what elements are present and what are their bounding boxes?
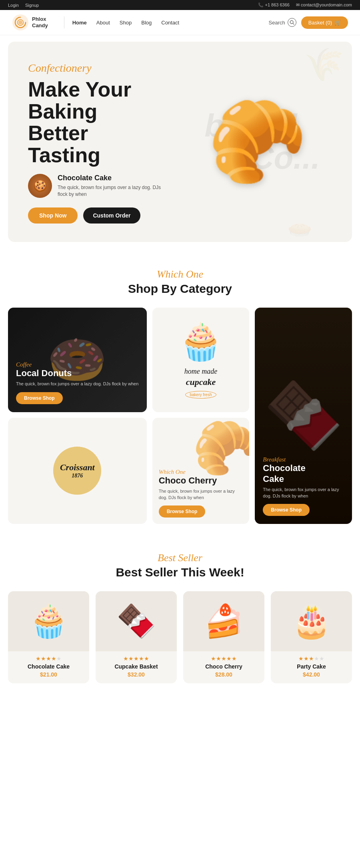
choco-cherry-content: Which One Choco Cherry The quick, brown … xyxy=(152,418,250,524)
product-price-2: $32.00 xyxy=(100,671,173,678)
product-stars-3: ★★★★★ xyxy=(187,655,260,662)
cupcake-label: home made cupcake xyxy=(184,367,217,388)
product-name-2: Cupcake Basket xyxy=(100,663,173,670)
product-card-chocolate-cake: 🧁 ★★★★★ Chocolate Cake $21.00 xyxy=(8,591,89,683)
donuts-content: Coffee Local Donuts The quick, brown fox… xyxy=(8,308,147,412)
cupcake-image: 🧁 xyxy=(178,321,223,363)
product-price-4: $42.00 xyxy=(275,671,348,678)
bestseller-section: Best Seller Best Seller This Week! 🧁 ★★★… xyxy=(0,536,360,695)
category-section: Which One Shop By Category 🍩 Coffee Loca… xyxy=(0,248,360,536)
product-price-1: $21.00 xyxy=(12,671,85,678)
product-info: Chocolate Cake The quick, brown fox jump… xyxy=(58,174,172,197)
nav-shop[interactable]: Shop xyxy=(120,20,132,26)
product-image-party-cake: 🎂 xyxy=(271,591,352,651)
choc-tag: Breakfast xyxy=(263,456,344,463)
signup-link[interactable]: Signup xyxy=(25,3,39,8)
product-stars-2: ★★★★★ xyxy=(100,655,173,662)
product-name-4: Party Cake xyxy=(275,663,348,670)
product-image-choco-cherry: 🍰 xyxy=(183,591,264,651)
category-heading: Which One Shop By Category xyxy=(8,268,352,296)
main-nav: Home About Shop Blog Contact xyxy=(72,20,269,26)
header: Phlox Candy Home About Shop Blog Contact… xyxy=(0,10,360,35)
hero-tag: Confectionery xyxy=(28,62,172,75)
choc-title: ChocolateCake xyxy=(263,463,344,484)
bestseller-tag: Best Seller xyxy=(8,552,352,564)
top-bar-auth: Login Signup xyxy=(8,3,39,8)
product-card-party-cake: 🎂 ★★★★★ Party Cake $42.00 xyxy=(271,591,352,683)
choc-content: Breakfast ChocolateCake The quick, brown… xyxy=(255,308,352,524)
category-grid: 🍩 Coffee Local Donuts The quick, brown f… xyxy=(8,308,352,524)
nav-divider xyxy=(64,16,64,28)
croissant-circle: Croissant 1876 xyxy=(53,447,101,495)
phone-icon: 📞 xyxy=(258,2,264,7)
product-image-chocolate-cake: 🧁 xyxy=(8,591,89,651)
search-icon[interactable] xyxy=(288,18,296,27)
basket-button[interactable]: Basket (0) 🛒 xyxy=(301,16,348,29)
product-name-1: Chocolate Cake xyxy=(12,663,85,670)
product-card-body-2: ★★★★★ Cupcake Basket $32.00 xyxy=(96,651,177,678)
product-stars-4: ★★★★★ xyxy=(275,655,348,662)
product-thumbnail: 🍪 xyxy=(28,174,52,198)
category-card-choco-cherry: 🥐 Which One Choco Cherry The quick, brow… xyxy=(152,418,250,524)
nav-contact[interactable]: Contact xyxy=(161,20,179,26)
nav-home[interactable]: Home xyxy=(72,20,87,26)
hero-image-area: baked n Co... 🥐 xyxy=(163,42,352,242)
fresh-badge: bakery fresh xyxy=(185,391,216,399)
product-image-cupcake-basket: 🍫 xyxy=(96,591,177,651)
basket-label: Basket (0) xyxy=(308,20,332,26)
hero-title: Make Your Baking Better Tasting xyxy=(28,79,172,166)
product-price-3: $28.00 xyxy=(187,671,260,678)
logo[interactable]: Phlox Candy xyxy=(12,14,48,31)
hero-food-image: 🥐 xyxy=(208,95,308,189)
basket-icon: 🛒 xyxy=(334,20,341,26)
browse-choco-cherry-button[interactable]: Browse Shop xyxy=(159,505,206,518)
product-name-3: Choco Cherry xyxy=(187,663,260,670)
email-address: ✉ contact@yourdomain.com xyxy=(296,2,352,8)
shop-now-button[interactable]: Shop Now xyxy=(28,207,78,224)
product-preview: 🍪 Chocolate Cake The quick, brown fox ju… xyxy=(28,174,172,198)
product-stars-1: ★★★★★ xyxy=(12,655,85,662)
donuts-desc: The quick, brown fox jumps over a lazy d… xyxy=(16,381,139,387)
product-description: The quick, brown fox jumps over a lazy d… xyxy=(58,184,172,198)
nav-blog[interactable]: Blog xyxy=(141,20,152,26)
bestseller-title: Best Seller This Week! xyxy=(8,566,352,579)
product-card-body-1: ★★★★★ Chocolate Cake $21.00 xyxy=(8,651,89,678)
choco-cherry-tag: Which One xyxy=(159,469,243,475)
donuts-tag: Coffee xyxy=(16,361,139,368)
bestseller-heading: Best Seller Best Seller This Week! xyxy=(8,552,352,579)
category-tag: Which One xyxy=(8,268,352,280)
hero-content: Confectionery Make Your Baking Better Ta… xyxy=(28,62,172,224)
brand-name: Phlox Candy xyxy=(32,16,48,28)
top-bar-contact: 📞 +1 863 6366 ✉ contact@yourdomain.com xyxy=(258,2,352,8)
category-card-cupcake: 🧁 home made cupcake bakery fresh xyxy=(152,308,250,412)
header-right: Search Basket (0) 🛒 xyxy=(269,16,348,29)
donuts-title: Local Donuts xyxy=(16,368,139,379)
product-card-body-4: ★★★★★ Party Cake $42.00 xyxy=(271,651,352,678)
login-link[interactable]: Login xyxy=(8,3,19,8)
product-card-choco-cherry: 🍰 ★★★★★ Choco Cherry $28.00 xyxy=(183,591,264,683)
search-container[interactable]: Search xyxy=(269,18,296,27)
logo-icon xyxy=(12,14,29,31)
hero-section: 🌾 Confectionery Make Your Baking Better … xyxy=(8,42,352,242)
phone-number: 📞 +1 863 6366 xyxy=(258,2,290,8)
category-card-donuts: 🍩 Coffee Local Donuts The quick, brown f… xyxy=(8,308,147,412)
svg-line-3 xyxy=(293,23,294,24)
svg-point-1 xyxy=(18,20,22,24)
choco-cherry-desc: The quick, brown fox jumps over a lazy d… xyxy=(159,488,243,501)
browse-donuts-button[interactable]: Browse Shop xyxy=(16,392,63,404)
category-card-croissant: Croissant 1876 xyxy=(8,418,147,524)
product-name: Chocolate Cake xyxy=(58,174,172,183)
email-icon: ✉ xyxy=(296,2,300,7)
choco-cherry-title: Choco Cherry xyxy=(159,475,243,486)
search-label[interactable]: Search xyxy=(269,20,285,26)
hero-buttons: Shop Now Custom Order xyxy=(28,207,172,224)
product-card-body-3: ★★★★★ Choco Cherry $28.00 xyxy=(183,651,264,678)
choc-desc: The quick, brown fox jumps over a lazy d… xyxy=(263,487,344,499)
nav-about[interactable]: About xyxy=(96,20,110,26)
category-title: Shop By Category xyxy=(8,282,352,296)
browse-choc-button[interactable]: Browse Shop xyxy=(263,504,310,516)
custom-order-button[interactable]: Custom Order xyxy=(83,207,140,224)
product-card-cupcake-basket: 🍫 ★★★★★ Cupcake Basket $32.00 xyxy=(96,591,177,683)
product-cards-grid: 🧁 ★★★★★ Chocolate Cake $21.00 🍫 ★★★★★ Cu… xyxy=(8,591,352,683)
top-bar: Login Signup 📞 +1 863 6366 ✉ contact@you… xyxy=(0,0,360,10)
